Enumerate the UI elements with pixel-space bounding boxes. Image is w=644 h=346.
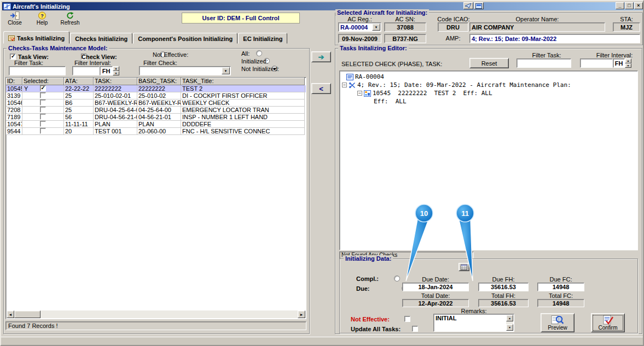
tab-ec-initializing[interactable]: EC Initializing: [238, 33, 287, 44]
column-header-task-title[interactable]: TASK_Title:: [181, 78, 305, 85]
tab-tasks-initializing[interactable]: Tasks Initializing: [3, 31, 69, 44]
total-fh-value: 35616.53: [491, 300, 516, 307]
horizontal-scrollbar[interactable]: ◄ ►: [7, 310, 305, 318]
window-panel-icon[interactable]: [474, 2, 484, 9]
scrollbar-thumb[interactable]: [14, 310, 40, 318]
due-fc-field[interactable]: 14948: [537, 283, 584, 291]
cell-selected: Y: [22, 85, 64, 92]
table-row[interactable]: 720825DRU-04-25-64-0204-25-64-00EMERGENC…: [6, 107, 306, 114]
table-row[interactable]: 718956DRU-04-56-21-0104-56-21-01INSP - N…: [6, 114, 306, 121]
due-label: Due:: [356, 286, 369, 292]
close-button[interactable]: Close: [2, 11, 27, 28]
reset-button-label: Reset: [481, 60, 497, 67]
remarks-scrollbar[interactable]: ▲ ▼: [506, 315, 513, 331]
refresh-button[interactable]: Refresh: [56, 11, 84, 28]
scroll-right-icon[interactable]: ►: [298, 310, 305, 318]
column-header-id[interactable]: ID:: [6, 78, 22, 85]
confirm-button[interactable]: Confirm: [591, 313, 625, 332]
update-all-tasks-checkbox[interactable]: [412, 326, 418, 332]
exit-door-icon: [10, 11, 20, 20]
window-title: Aircraft's Initializing: [13, 3, 70, 10]
cell-task: 25-010-02-01: [94, 92, 137, 99]
tree-node[interactable]: Eff: ALL: [340, 97, 637, 105]
not-effective-checkbox[interactable]: [404, 316, 410, 322]
table-body: 10545Y22-22-222222222222222222TEST 23139…: [6, 85, 306, 135]
editor-filter-task-input[interactable]: [517, 58, 571, 68]
column-header-task[interactable]: TASK:: [94, 78, 137, 85]
spin-down-icon[interactable]: ▼: [113, 71, 119, 76]
due-date-value: 18-Jan-2024: [419, 284, 453, 290]
move-left-button[interactable]: <: [311, 83, 331, 94]
maximize-button[interactable]: □: [625, 2, 634, 9]
scrollbar-track[interactable]: [40, 310, 298, 318]
spin-up-icon[interactable]: ▲: [625, 58, 631, 63]
preview-button[interactable]: Preview: [541, 313, 575, 332]
reset-button[interactable]: Reset: [469, 58, 509, 68]
total-fc-label: Total FC:: [537, 293, 584, 299]
cell-id: 7189: [6, 114, 22, 121]
cell-task-title: EMERGENCY LOCATOR TRAN: [181, 107, 305, 114]
table-row[interactable]: 954420TEST 00120-060-00FNC - H/L SENSITI…: [6, 128, 306, 135]
filter-task-label: Filter Task:: [14, 60, 43, 66]
row-checkbox[interactable]: [40, 85, 46, 91]
refresh-button-label: Refresh: [60, 20, 79, 26]
scroll-up-icon[interactable]: ▲: [506, 315, 513, 321]
row-checkbox[interactable]: [40, 99, 46, 105]
tab-component-s-position-initializing[interactable]: Component's Position Initializing: [133, 33, 237, 44]
tree-node[interactable]: 10545 22222222 TEST 2 Eff: ALL: [340, 89, 637, 97]
manufacture-date-value: 09-Nov-2009: [342, 36, 378, 42]
scroll-left-icon[interactable]: ◄: [7, 310, 14, 318]
minimize-button[interactable]: _: [616, 2, 624, 9]
table-header: ID:Selected:ATA:TASK:BASIC_TASK:TASK_Tit…: [6, 78, 306, 85]
ac-reg-combobox[interactable]: RA-00004 ▼: [338, 22, 381, 32]
collapse-icon[interactable]: [342, 83, 347, 87]
tab-checks-initializing[interactable]: Checks Initializing: [70, 33, 132, 44]
initialized-label: Initialized:: [241, 58, 268, 64]
tree-node[interactable]: RA-00004: [340, 73, 637, 81]
column-header-selected[interactable]: Selected:: [22, 78, 64, 85]
row-checkbox[interactable]: [40, 121, 46, 127]
filter-check-dropdown-icon[interactable]: ▼: [222, 67, 230, 74]
cell-selected: [22, 92, 64, 99]
tab-label: Component's Position Initializing: [138, 36, 233, 42]
move-right-button[interactable]: ➔: [311, 51, 331, 62]
spin-up-icon[interactable]: ▲: [113, 66, 119, 71]
table-row[interactable]: 31392525-010-02-0125-010-02DI - COCKPIT …: [6, 92, 306, 99]
close-window-button[interactable]: ×: [634, 2, 643, 9]
total-fc-field: 14948: [537, 299, 584, 307]
send-plane-icon[interactable]: [463, 2, 473, 9]
spin-down-icon[interactable]: ▼: [625, 63, 631, 68]
remarks-textarea[interactable]: INITIAL ▲ ▼: [433, 314, 514, 332]
not-effective-label: Not Effective:: [351, 316, 390, 322]
help-button[interactable]: ? Help: [30, 11, 55, 28]
due-fh-field[interactable]: 35616.53: [478, 283, 529, 291]
tab-label: Tasks Initializing: [17, 35, 65, 42]
filter-task-input[interactable]: [9, 66, 66, 75]
sta-label: STA:: [613, 16, 640, 22]
row-checkbox[interactable]: [40, 107, 46, 113]
column-header-basic-task[interactable]: BASIC_TASK:: [137, 78, 181, 85]
scroll-down-icon[interactable]: ▼: [506, 324, 513, 331]
row-checkbox[interactable]: [40, 114, 46, 120]
table-row[interactable]: 1054711-11-11PLANPLANDDDDEFE: [6, 121, 306, 128]
column-header-ata[interactable]: ATA:: [64, 78, 94, 85]
tree-node[interactable]: 4; Rev.: 15; Date: 09-Mar-2022 - Aircraf…: [340, 81, 637, 89]
row-checkbox[interactable]: [40, 128, 46, 134]
filter-interval-spinner: ▲ ▼: [113, 66, 119, 75]
cell-id: 10545: [6, 85, 22, 92]
ac-reg-dropdown-icon[interactable]: ▼: [372, 24, 380, 31]
table-row[interactable]: 10546B6B67-WEEKLY-RUB67-WEEKLY-RUWEEKLY …: [6, 99, 306, 107]
confirm-button-label: Confirm: [598, 325, 617, 331]
task-view-checkbox[interactable]: [10, 54, 16, 60]
collapse-icon[interactable]: [357, 91, 362, 96]
svg-text:?: ?: [40, 13, 44, 19]
filter-check-combobox[interactable]: ▼: [139, 66, 231, 75]
manufacture-date-field: 09-Nov-2009: [338, 34, 381, 43]
row-checkbox[interactable]: [40, 92, 46, 98]
not-effective-filter-label: Not Effective:: [153, 52, 188, 58]
cell-task-title: FNC - H/L SENSITIVE CONNEC: [181, 128, 305, 135]
editor-filter-interval-input[interactable]: [580, 58, 613, 68]
filter-interval-input[interactable]: [72, 66, 100, 75]
table-row[interactable]: 10545Y22-22-222222222222222222TEST 2: [6, 85, 306, 92]
all-label: All:: [241, 51, 250, 57]
